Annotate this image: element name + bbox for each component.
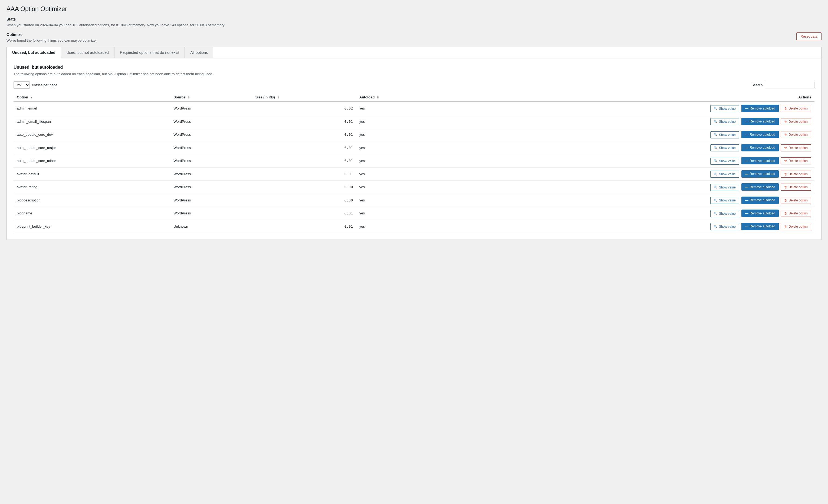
table-row: blueprint_builder_key Unknown 0.01 yes 🔍…: [13, 220, 815, 233]
delete-option-button[interactable]: 🗑 Delete option: [781, 118, 811, 125]
table-row: auto_update_core_major WordPress 0.01 ye…: [13, 141, 815, 154]
remove-autoload-button[interactable]: — Remove autoload: [741, 170, 779, 178]
stats-heading: Stats: [6, 17, 822, 21]
trash-icon: 🗑: [784, 212, 787, 215]
optimize-description: We've found the following things you can…: [6, 38, 96, 42]
remove-autoload-button[interactable]: — Remove autoload: [741, 210, 779, 217]
remove-autoload-button[interactable]: — Remove autoload: [741, 131, 779, 138]
table-row: admin_email_lifespan WordPress 0.01 yes …: [13, 115, 815, 128]
cell-actions-0: 🔍 Show value — Remove autoload 🗑 Delete …: [445, 102, 815, 115]
content-description: The following options are autoloaded on …: [13, 72, 815, 76]
show-value-button[interactable]: 🔍 Show value: [710, 184, 739, 191]
search-icon: 🔍: [714, 159, 717, 163]
delete-option-button[interactable]: 🗑 Delete option: [781, 223, 811, 230]
cell-actions-9: 🔍 Show value — Remove autoload 🗑 Delete …: [445, 220, 815, 233]
content-heading: Unused, but autoloaded: [13, 65, 815, 70]
show-value-button[interactable]: 🔍 Show value: [710, 223, 739, 230]
search-icon: 🔍: [714, 120, 717, 124]
table-row: avatar_default WordPress 0.01 yes 🔍 Show…: [13, 167, 815, 181]
table-row: auto_update_core_dev WordPress 0.01 yes …: [13, 128, 815, 141]
cell-size-1: 0.01: [252, 115, 356, 128]
tab-all-options[interactable]: All options: [185, 47, 213, 58]
trash-icon: 🗑: [784, 185, 787, 189]
search-icon: 🔍: [714, 107, 717, 110]
cell-option-9: blueprint_builder_key: [13, 220, 170, 233]
minus-icon: —: [745, 146, 748, 150]
tabs-wrapper: Unused, but autoloaded Used, but not aut…: [6, 47, 822, 240]
cell-autoload-9: yes: [356, 220, 445, 233]
tab-content: Unused, but autoloaded The following opt…: [7, 58, 821, 240]
minus-icon: —: [745, 224, 748, 228]
delete-option-button[interactable]: 🗑 Delete option: [781, 171, 811, 178]
delete-option-button[interactable]: 🗑 Delete option: [781, 197, 811, 204]
search-label: Search:: [751, 83, 763, 87]
delete-option-button[interactable]: 🗑 Delete option: [781, 157, 811, 165]
cell-size-8: 0.01: [252, 207, 356, 220]
show-value-button[interactable]: 🔍 Show value: [710, 118, 739, 125]
entries-per-page-select[interactable]: 10 25 50 100: [13, 81, 30, 89]
delete-option-button[interactable]: 🗑 Delete option: [781, 184, 811, 191]
minus-icon: —: [745, 172, 748, 176]
cell-source-1: WordPress: [170, 115, 252, 128]
tab-used-not-autoloaded[interactable]: Used, but not autoloaded: [61, 47, 114, 58]
cell-size-6: 0.00: [252, 181, 356, 194]
cell-size-7: 0.00: [252, 194, 356, 207]
cell-option-5: avatar_default: [13, 167, 170, 181]
search-icon: 🔍: [714, 225, 717, 228]
col-size[interactable]: Size (in KB) ⇅: [252, 93, 356, 102]
search-icon: 🔍: [714, 212, 717, 215]
show-value-button[interactable]: 🔍 Show value: [710, 105, 739, 112]
delete-option-button[interactable]: 🗑 Delete option: [781, 144, 811, 151]
table-row: admin_email WordPress 0.02 yes 🔍 Show va…: [13, 102, 815, 115]
minus-icon: —: [745, 133, 748, 137]
delete-option-button[interactable]: 🗑 Delete option: [781, 210, 811, 217]
trash-icon: 🗑: [784, 133, 787, 136]
tab-requested-not-exist[interactable]: Requested options that do not exist: [115, 47, 185, 58]
show-value-button[interactable]: 🔍 Show value: [710, 144, 739, 151]
col-option[interactable]: Option ▲: [13, 93, 170, 102]
table-row: blogname WordPress 0.01 yes 🔍 Show value…: [13, 207, 815, 220]
show-value-button[interactable]: 🔍 Show value: [710, 210, 739, 217]
show-value-button[interactable]: 🔍 Show value: [710, 131, 739, 138]
remove-autoload-button[interactable]: — Remove autoload: [741, 196, 779, 204]
cell-source-8: WordPress: [170, 207, 252, 220]
remove-autoload-button[interactable]: — Remove autoload: [741, 105, 779, 112]
cell-source-0: WordPress: [170, 102, 252, 115]
col-source[interactable]: Source ⇅: [170, 93, 252, 102]
remove-autoload-button[interactable]: — Remove autoload: [741, 144, 779, 151]
cell-actions-2: 🔍 Show value — Remove autoload 🗑 Delete …: [445, 128, 815, 141]
remove-autoload-button[interactable]: — Remove autoload: [741, 183, 779, 191]
show-value-button[interactable]: 🔍 Show value: [710, 197, 739, 204]
cell-option-0: admin_email: [13, 102, 170, 115]
trash-icon: 🗑: [784, 173, 787, 176]
cell-source-9: Unknown: [170, 220, 252, 233]
options-table: Option ▲ Source ⇅ Size (in KB) ⇅ Autoloa…: [13, 93, 815, 233]
search-input[interactable]: [766, 82, 815, 88]
trash-icon: 🗑: [784, 107, 787, 110]
remove-autoload-button[interactable]: — Remove autoload: [741, 118, 779, 125]
remove-autoload-button[interactable]: — Remove autoload: [741, 223, 779, 230]
remove-autoload-button[interactable]: — Remove autoload: [741, 157, 779, 165]
show-value-button[interactable]: 🔍 Show value: [710, 157, 739, 165]
reset-data-button[interactable]: Reset data: [796, 33, 822, 40]
delete-option-button[interactable]: 🗑 Delete option: [781, 131, 811, 138]
cell-actions-1: 🔍 Show value — Remove autoload 🗑 Delete …: [445, 115, 815, 128]
source-sort-icon: ⇅: [188, 96, 190, 99]
cell-autoload-5: yes: [356, 167, 445, 181]
cell-actions-6: 🔍 Show value — Remove autoload 🗑 Delete …: [445, 181, 815, 194]
col-autoload[interactable]: Autoload ⇅: [356, 93, 445, 102]
cell-option-3: auto_update_core_major: [13, 141, 170, 154]
cell-size-0: 0.02: [252, 102, 356, 115]
cell-source-7: WordPress: [170, 194, 252, 207]
cell-source-5: WordPress: [170, 167, 252, 181]
page-title: AAA Option Optimizer: [6, 5, 822, 13]
stats-text: When you started on 2024-04-04 you had 1…: [6, 23, 822, 27]
search-icon: 🔍: [714, 173, 717, 176]
delete-option-button[interactable]: 🗑 Delete option: [781, 105, 811, 112]
cell-option-6: avatar_rating: [13, 181, 170, 194]
tab-unused-autoloaded[interactable]: Unused, but autoloaded: [7, 47, 61, 58]
minus-icon: —: [745, 106, 748, 110]
show-value-button[interactable]: 🔍 Show value: [710, 171, 739, 178]
table-header-row: Option ▲ Source ⇅ Size (in KB) ⇅ Autoloa…: [13, 93, 815, 102]
cell-size-4: 0.01: [252, 154, 356, 168]
